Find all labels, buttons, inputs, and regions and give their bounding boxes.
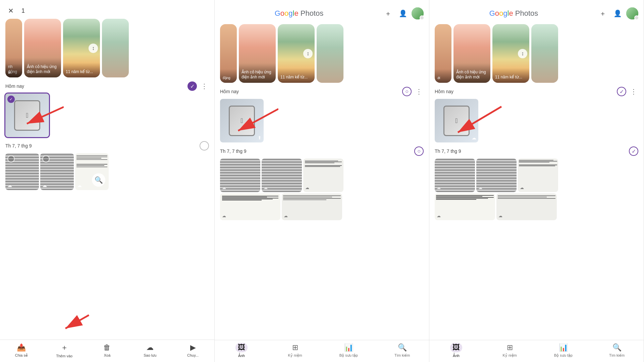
section-title-homnay-1: Hôm nay: [5, 83, 185, 89]
memory-side-3[interactable]: 11 năm kể từ... ↕: [492, 24, 529, 83]
cloud-2-4: ☁: [222, 214, 226, 218]
select-circle-s1a: [7, 155, 15, 163]
nav-search-label-3: Tìm kiếm: [609, 353, 625, 358]
cloud-icon-s1b: ☁: [42, 183, 47, 188]
avatar-3[interactable]: [626, 7, 638, 19]
memories-icon-2: ⊞: [292, 343, 298, 352]
memory-label-main-1: Ảnh cỏ hiệu ứng điện ảnh mới: [24, 58, 61, 77]
nav-memories-3[interactable]: ⊞ Kỷ niệm: [498, 343, 522, 358]
section-header-homnay-1: Hôm nay ✓ ⋮: [0, 77, 214, 94]
photo-s3-3[interactable]: ☁: [518, 159, 558, 192]
photo-tablet-3[interactable]:  ☁: [435, 99, 478, 142]
section-check-homnay-1[interactable]: ✓: [187, 81, 197, 91]
section-check-th7-1[interactable]: [200, 141, 209, 150]
memory-side-2[interactable]: 11 năm kể từ... ↕: [278, 24, 315, 83]
section-header-th7-2: Th 7, 7 thg 9 ○: [215, 142, 429, 159]
photos-icon-2: 🖼: [238, 343, 245, 352]
cloud-3-5: ☁: [498, 214, 502, 218]
photo-section-homnay-2:  ⬆: [215, 99, 429, 142]
search-icon-2: 🔍: [398, 343, 407, 352]
delete-button[interactable]: 🗑 Xoá: [97, 343, 117, 357]
memory-label-main-3: Ảnh cỏ hiệu ứng điện ảnh mới: [453, 63, 490, 83]
section-header-th7-3: Th 7, 7 thg 9 ✓: [429, 142, 644, 159]
memory-label-side-1: 11 năm kể từ...: [63, 63, 100, 77]
cloud-3-2: ☁: [478, 185, 482, 190]
avatar-badge-2: [420, 15, 424, 20]
memory-label-p2: động: [220, 69, 237, 83]
photo-s2-3[interactable]: ☁: [303, 159, 343, 192]
cloud-3-1: ☁: [437, 185, 441, 190]
memory-label-main-2: Ảnh cỏ hiệu ứng điện ảnh mới: [239, 63, 276, 83]
cloud-2-2: ☁: [264, 185, 268, 190]
add-button-header-3[interactable]: ＋: [597, 7, 609, 19]
section-check-homnay-3[interactable]: ✓: [617, 87, 626, 96]
photo-s3-2[interactable]: ☁: [476, 159, 517, 192]
memories-icon-3: ⊞: [507, 343, 513, 352]
memory-arrow-1: ↕: [89, 44, 98, 53]
share-button[interactable]: 📤 Chia sẻ: [11, 343, 32, 358]
nav-albums-2[interactable]: 📊 Bộ sưu tập: [337, 343, 360, 358]
panel-1: ✕ 1 nh động ời Ảnh cỏ hiệu ứng điện ảnh …: [0, 0, 215, 362]
memory-main-2[interactable]: Ảnh cỏ hiệu ứng điện ảnh mới: [239, 24, 276, 83]
nav-photos-2[interactable]: 🖼 Ảnh: [230, 343, 253, 358]
bottom-nav-2: 🖼 Ảnh ⊞ Kỷ niệm 📊 Bộ sưu tập 🔍 Tìm kiếm: [215, 340, 429, 362]
search-icon-3: 🔍: [612, 343, 622, 352]
nav-memories-2[interactable]: ⊞ Kỷ niệm: [283, 343, 307, 358]
memory-label-side-3: 11 năm kể từ...: [492, 68, 529, 83]
section-header-homnay-2: Hôm nay ○ ⋮: [215, 83, 429, 99]
section-check-th7-2[interactable]: ○: [414, 146, 424, 156]
section-title-homnay-3: Hôm nay: [435, 89, 614, 94]
photo-tablet-2[interactable]:  ⬆: [220, 99, 264, 142]
memory-kids-3[interactable]: [531, 24, 558, 83]
photo-section-homnay-3:  ☁: [429, 99, 644, 142]
memory-kids-2[interactable]: [317, 24, 343, 83]
add-button[interactable]: ＋ Thêm vào: [54, 343, 74, 358]
zoom-overlay-1[interactable]: 🔍: [92, 173, 105, 187]
add-button-header-2[interactable]: ＋: [382, 7, 394, 19]
section-more-homnay-2[interactable]: ⋮: [414, 87, 424, 96]
memory-card-main-1[interactable]: Ảnh cỏ hiệu ứng điện ảnh mới: [24, 19, 61, 77]
memory-partial-2[interactable]: động: [220, 24, 237, 83]
bottom-nav-3: 🖼 Ảnh ⊞ Kỷ niệm 📊 Bộ sưu tập 🔍 Tìm kiếm: [429, 340, 644, 362]
photo-s3-1[interactable]: ☁: [435, 159, 475, 192]
photo-s2-5[interactable]: ☁: [282, 193, 342, 220]
photo-s3-4[interactable]: ☁: [435, 193, 495, 220]
memory-card-kids-1[interactable]: [102, 19, 129, 77]
section-header-th7-1: Th 7, 7 thg 9: [0, 137, 214, 153]
memory-card-side-1[interactable]: 11 năm kể từ... ↕: [63, 19, 100, 77]
photo-text-1c[interactable]: ☁ 🔍: [75, 153, 109, 190]
avatar-2[interactable]: [412, 7, 424, 19]
photo-s2-1[interactable]: ☁: [220, 159, 260, 192]
photo-section-homnay-1:  ✓: [0, 94, 214, 137]
memory-label-p3: ới: [435, 69, 451, 83]
nav-search-2[interactable]: 🔍 Tìm kiếm: [390, 343, 414, 358]
add-label: Thêm vào: [56, 354, 72, 358]
share-label: Chia sẻ: [15, 353, 28, 358]
nav-photos-bg-3: 🖼: [450, 343, 462, 352]
memory-card-partial-1[interactable]: nh động ời: [5, 19, 22, 77]
photo-stripes-1a[interactable]: ☁: [5, 153, 39, 190]
save-button[interactable]: ☁ Sao lưu: [140, 343, 160, 358]
section-more-homnay-3[interactable]: ⋮: [629, 87, 638, 96]
google-photos-logo-2: Google Photos: [220, 9, 378, 18]
section-check-homnay-2[interactable]: ○: [402, 87, 412, 96]
section-more-homnay-1[interactable]: ⋮: [200, 81, 209, 91]
section-check-th7-3[interactable]: ✓: [629, 146, 638, 156]
memory-partial-3[interactable]: ới: [435, 24, 451, 83]
photo-s2-4[interactable]: ☁: [220, 193, 280, 220]
memories-strip-3: ới Ảnh cỏ hiệu ứng điện ảnh mới 11 năm k…: [429, 24, 644, 83]
nav-search-3[interactable]: 🔍 Tìm kiếm: [605, 343, 629, 358]
people-button-2[interactable]: 👤: [397, 7, 409, 19]
nav-photos-3[interactable]: 🖼 Ảnh: [444, 343, 468, 358]
memory-main-3[interactable]: Ảnh cỏ hiệu ứng điện ảnh mới: [453, 24, 490, 83]
nav-albums-3[interactable]: 📊 Bộ sưu tập: [551, 343, 575, 358]
photo-s2-2[interactable]: ☁: [262, 159, 302, 192]
close-selection-button[interactable]: ✕: [5, 5, 16, 16]
move-button[interactable]: ▶ Chuy...: [183, 343, 203, 357]
cloud-3-4: ☁: [437, 214, 441, 218]
photo-s3-5[interactable]: ☁: [496, 193, 557, 220]
photo-stripes-1b[interactable]: ☁: [40, 153, 74, 190]
people-button-3[interactable]: 👤: [611, 7, 624, 19]
move-icon: ▶: [190, 343, 196, 352]
photo-tablet-1[interactable]:  ✓: [5, 94, 49, 137]
